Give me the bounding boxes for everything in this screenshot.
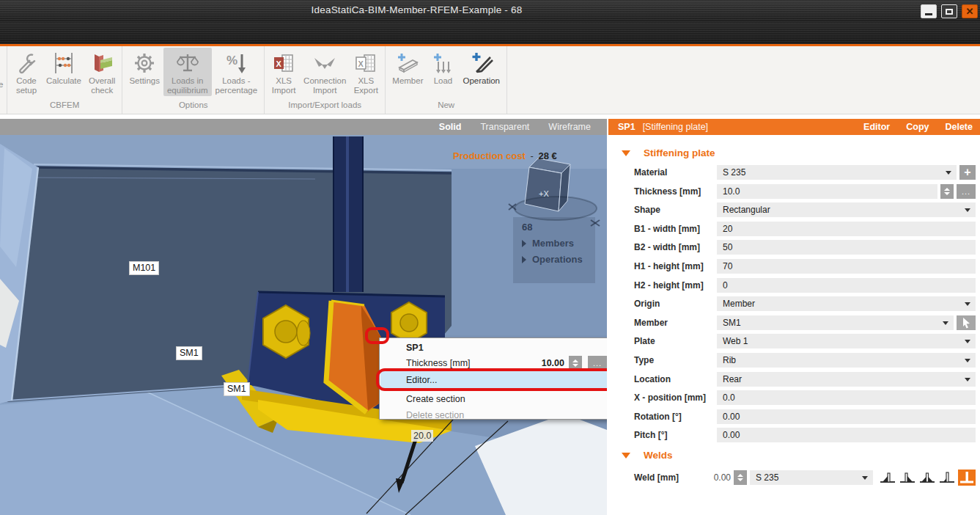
ribbon-group-new: Member Load	[386, 46, 507, 114]
property-row: Plate Web 1	[634, 334, 976, 348]
add-material-button[interactable]: +	[959, 165, 976, 180]
origin-dropdown[interactable]: Member	[717, 296, 976, 311]
weld-size-input[interactable]: 0.00	[713, 472, 731, 483]
property-row: Rotation [°] 0.00	[634, 409, 976, 424]
weld-fillet-both-icon[interactable]	[918, 470, 936, 486]
tab-solid[interactable]: Solid	[439, 122, 462, 132]
title-bar: IdeaStatiCa-BIM-Member-RFEM-Example - 68…	[0, 0, 980, 22]
weld-fillet-right-icon[interactable]	[899, 470, 916, 486]
model-tree-overlay: 68 Members Operations	[513, 217, 595, 283]
overall-check-button[interactable]: Overall check	[85, 48, 119, 96]
weld-material-dropdown[interactable]: S 235	[750, 470, 873, 485]
rotation-input[interactable]: 0.00	[717, 409, 976, 424]
3d-model-render: +X	[0, 135, 607, 515]
menu-item-create-section[interactable]: Create section	[380, 390, 607, 407]
ribbon: e Code setup	[0, 46, 980, 114]
h1-height-input[interactable]: 70	[717, 259, 976, 274]
load-arrows-icon	[430, 50, 455, 76]
xls-export-button[interactable]: X XLS Export	[350, 48, 382, 96]
tree-item-members[interactable]: Members	[522, 238, 595, 249]
member-plus-icon	[395, 50, 420, 76]
property-row: Material S 235 +	[634, 165, 976, 180]
x-position-input[interactable]: 0.0	[717, 390, 976, 405]
cursor-icon	[961, 317, 971, 329]
member-dropdown[interactable]: SM1	[717, 315, 954, 330]
annotation-editor-highlight	[376, 368, 607, 391]
new-load-button[interactable]: Load	[427, 48, 459, 87]
calculate-button[interactable]: Calculate	[43, 48, 85, 87]
location-dropdown[interactable]: Rear	[717, 372, 976, 387]
xls-import-icon: X	[271, 50, 296, 76]
new-member-button[interactable]: Member	[388, 48, 427, 87]
material-dropdown[interactable]: S 235	[717, 165, 957, 180]
ribbon-clipped-button[interactable]: e	[0, 46, 7, 114]
settings-button[interactable]: Settings	[125, 48, 163, 87]
copy-button[interactable]: Copy	[906, 122, 929, 132]
pitch-input[interactable]: 0.00	[717, 428, 976, 442]
b2-width-input[interactable]: 50	[717, 240, 976, 255]
member-label-sm1[interactable]: SM1	[176, 346, 202, 360]
weld-butt-icon[interactable]	[958, 470, 976, 486]
properties-panel: SP1 [Stiffening plate] Editor Copy Delet…	[608, 119, 980, 515]
loads-in-equilibrium-button[interactable]: Loads in equilibrium	[163, 48, 212, 96]
window-title: IdeaStatiCa-BIM-Member-RFEM-Example - 68	[0, 4, 833, 15]
collapse-triangle-icon	[622, 150, 630, 156]
ribbon-group-options: Settings Loads in equilibrium	[122, 46, 265, 114]
context-thickness-value[interactable]: 10.00	[526, 358, 564, 368]
member-label-sm1-2[interactable]: SM1	[224, 382, 250, 396]
spinner-down-icon	[737, 478, 743, 481]
properties-body: Stiffening plate Material S 235 + Thickn…	[608, 135, 980, 515]
plate-dropdown[interactable]: Web 1	[717, 334, 976, 348]
tree-item-operations[interactable]: Operations	[522, 254, 595, 265]
xls-export-icon: X	[353, 50, 378, 76]
property-row: Member SM1	[634, 315, 976, 330]
thickness-input[interactable]: 10.0	[717, 184, 937, 199]
member-label-m101[interactable]: M101	[129, 261, 159, 275]
ribbon-group-label: CBFEM	[10, 101, 119, 114]
editor-button[interactable]: Editor	[863, 122, 890, 132]
3d-scene[interactable]: +X Production cost - 28 € 68 Members	[0, 135, 607, 515]
view-mode-tabs: Solid Transparent Wireframe	[0, 119, 607, 135]
ribbon-group-cbfem: Code setup	[7, 46, 122, 114]
weld-bevel-icon[interactable]	[938, 470, 956, 486]
tree-project-id[interactable]: 68	[522, 222, 595, 233]
maximize-button[interactable]	[941, 4, 957, 18]
svg-text:%: %	[226, 54, 237, 67]
pick-member-button[interactable]	[957, 315, 976, 330]
b1-width-input[interactable]: 20	[717, 222, 976, 236]
close-button[interactable]: ✕	[962, 4, 978, 18]
merge-arrows-icon	[312, 50, 337, 76]
ribbon-group-label: Options	[125, 101, 261, 114]
weld-fillet-left-icon[interactable]	[879, 470, 896, 486]
shape-dropdown[interactable]: Rectangular	[717, 202, 976, 217]
loads-percentage-button[interactable]: % Loads - percentage	[212, 48, 262, 96]
minimize-icon	[925, 13, 932, 15]
menu-item-delete-section[interactable]: Delete section	[380, 406, 607, 423]
weld-size-spinner[interactable]	[734, 470, 747, 485]
maximize-icon	[946, 9, 953, 15]
toolbar-secondary: i	[0, 22, 980, 44]
type-dropdown[interactable]: Rib	[717, 353, 976, 368]
tab-transparent[interactable]: Transparent	[480, 122, 529, 132]
h2-height-input[interactable]: 0	[717, 278, 976, 293]
connection-import-button[interactable]: Connection Import	[300, 48, 350, 96]
minimize-button[interactable]	[921, 4, 937, 18]
ribbon-group-label: Import/Export loads	[268, 101, 382, 114]
thickness-spinner[interactable]	[940, 184, 954, 199]
code-setup-button[interactable]: Code setup	[10, 48, 43, 96]
gear-icon	[132, 50, 157, 76]
property-row: Thickness [mm] 10.0 ...	[634, 184, 976, 199]
delete-button[interactable]: Delete	[945, 122, 973, 132]
section-stiffening-plate[interactable]: Stiffening plate	[622, 147, 980, 158]
section-welds[interactable]: Welds	[622, 450, 980, 461]
new-operation-button[interactable]: Operation	[459, 48, 504, 87]
xls-import-button[interactable]: X XLS Import	[268, 48, 300, 96]
tab-wireframe[interactable]: Wireframe	[548, 122, 591, 132]
property-row: B1 - width [mm] 20	[634, 222, 976, 236]
property-row: Type Rib	[634, 353, 976, 368]
property-row: Pitch [°] 0.00	[634, 428, 976, 442]
app-window: IdeaStatiCa-BIM-Member-RFEM-Example - 68…	[0, 0, 980, 515]
percent-down-icon: %	[224, 50, 248, 76]
thickness-more-button[interactable]: ...	[957, 184, 976, 199]
content-area: Solid Transparent Wireframe	[0, 119, 980, 515]
